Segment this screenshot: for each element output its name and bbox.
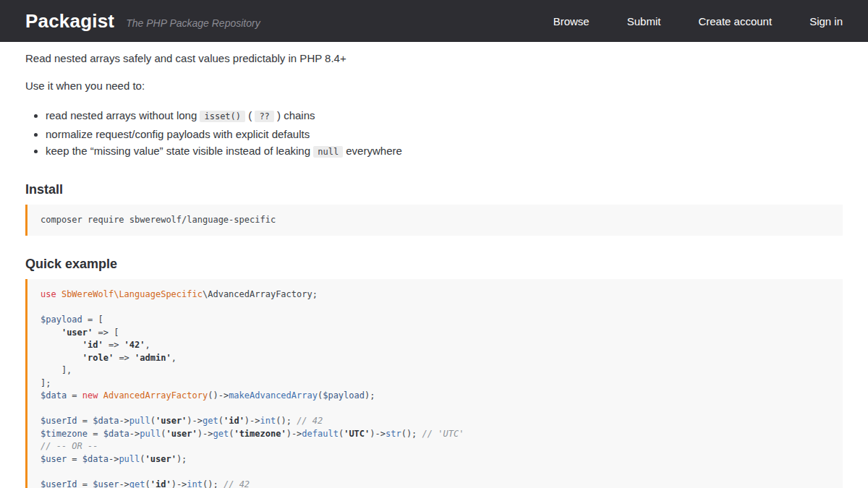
text-segment: keep the “missing value” state visible i…	[46, 145, 313, 157]
header: Packagist The PHP Package Repository Bro…	[0, 0, 868, 42]
readme-content: Read nested arrays safely and cast value…	[0, 42, 868, 488]
code-line: $data = new AdvancedArrayFactory()->make…	[41, 390, 830, 403]
code-line: // -- OR --	[41, 440, 830, 453]
code-line: $user = $data->pull('user');	[41, 453, 830, 466]
nav-sign-in[interactable]: Sign in	[809, 15, 843, 27]
code-line: use SbWereWolf\LanguageSpecific\Advanced…	[41, 288, 830, 301]
text-segment: read nested arrays without long	[46, 109, 200, 121]
text-segment: (	[245, 109, 255, 121]
quick-example-heading: Quick example	[25, 257, 843, 272]
code-line	[41, 466, 830, 479]
code-line: $payload = [	[41, 314, 830, 327]
code-line: $userId = $user->get('id')->int(); // 42	[41, 479, 830, 488]
code-line: ];	[41, 377, 830, 390]
code-line	[41, 403, 830, 416]
code-line	[41, 301, 830, 314]
packagist-logo[interactable]: Packagist	[25, 10, 114, 33]
install-heading: Install	[25, 182, 843, 197]
text-segment: everywhere	[343, 145, 402, 157]
inline-code: ??	[255, 111, 273, 122]
example-code-block: use SbWereWolf\LanguageSpecific\Advanced…	[25, 279, 843, 488]
intro-paragraph: Read nested arrays safely and cast value…	[25, 52, 843, 64]
use-cases-list: read nested arrays without long isset() …	[25, 107, 843, 161]
code-line: composer require sbwerewolf/language-spe…	[41, 214, 830, 227]
code-line: $timezone = $data->pull('user')->get('ti…	[41, 428, 830, 441]
code-line: 'id' => '42',	[41, 339, 830, 352]
use-case-item: read nested arrays without long isset() …	[46, 107, 843, 126]
inline-code: null	[313, 146, 343, 158]
use-case-item: normalize request/config payloads with e…	[46, 126, 843, 143]
main-nav: Browse Submit Create account Sign in	[516, 15, 843, 27]
install-code-block: composer require sbwerewolf/language-spe…	[25, 205, 843, 236]
use-case-item: keep the “missing value” state visible i…	[46, 142, 843, 161]
use-when-paragraph: Use it when you need to:	[25, 80, 843, 92]
code-line: 'user' => [	[41, 327, 830, 340]
text-segment: ) chains	[274, 109, 315, 121]
text-segment: normalize request/config payloads with e…	[46, 128, 310, 140]
site-tagline: The PHP Package Repository	[126, 17, 260, 29]
code-line: ],	[41, 364, 830, 377]
code-line: 'role' => 'admin',	[41, 352, 830, 365]
nav-submit[interactable]: Submit	[627, 15, 661, 27]
code-line: $userId = $data->pull('user')->get('id')…	[41, 415, 830, 428]
nav-create-account[interactable]: Create account	[698, 15, 772, 27]
inline-code: isset()	[200, 111, 245, 122]
nav-browse[interactable]: Browse	[553, 15, 590, 27]
